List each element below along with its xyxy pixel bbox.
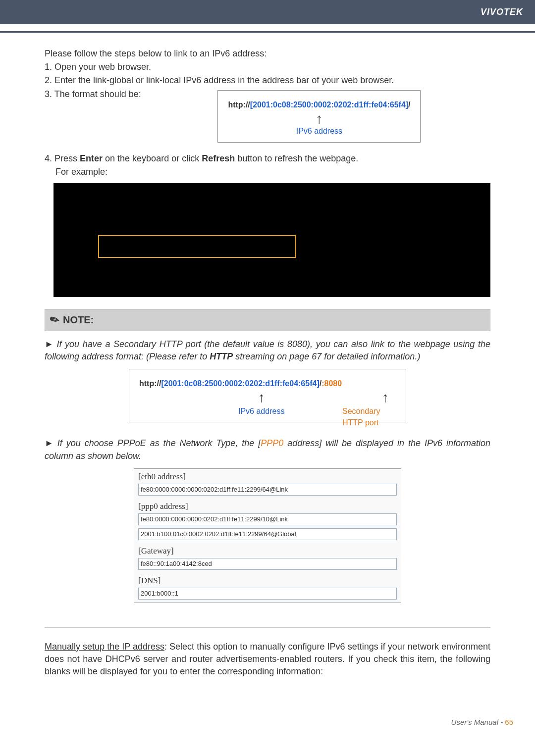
url-diagram-1: http://[2001:0c08:2500:0002:0202:d1ff:fe… [217, 90, 421, 143]
note-title: NOTE: [63, 313, 94, 327]
ipv6-info-panel: [eth0 address] fe80:0000:0000:0000:0202:… [134, 468, 401, 603]
step-4: 4. Press Enter on the keyboard or click … [45, 152, 490, 165]
address-bar-highlight [98, 235, 296, 258]
eth0-label: [eth0 address] [134, 469, 401, 483]
note-paragraph-2: ► If you choose PPPoE as the Network Typ… [45, 437, 490, 462]
step-3: 3. The format should be: [45, 88, 141, 101]
url1-prefix: http:// [228, 101, 250, 109]
intro-text: Please follow the steps below to link to… [45, 48, 490, 60]
pencil-icon: ✎ [47, 311, 62, 329]
ppp0-value-1: fe80:0000:0000:0000:0202:d1ff:fe11:2299/… [138, 513, 397, 525]
brand-name: VIVOTEK [481, 7, 523, 17]
arrow-up-icon: ↑ [382, 391, 389, 403]
step-1: 1. Open your web browser. [45, 61, 490, 73]
url2-text: http://[2001:0c08:2500:0002:0202:d1ff:fe… [139, 378, 396, 389]
url2-label-port: Secondary HTTP port [342, 406, 396, 428]
gateway-value: fe80::90:1a00:4142:8ced [138, 558, 397, 570]
step-2: 2. Enter the link-global or link-local I… [45, 74, 490, 87]
url2-port: :8080 [321, 379, 342, 388]
eth0-value: fe80:0000:0000:0000:0202:d1ff:fe11:2299/… [138, 484, 397, 496]
ppp0-label: [ppp0 address] [134, 499, 401, 512]
url1-text: http://[2001:0c08:2500:0002:0202:d1ff:fe… [228, 100, 410, 110]
note-heading-box: ✎ NOTE: [45, 309, 490, 331]
step-4-example: For example: [45, 166, 490, 178]
ppp0-value-2: 2001:b100:01c0:0002:0202:d1ff:fe11:2299/… [138, 528, 397, 540]
url-diagram-2: http://[2001:0c08:2500:0002:0202:d1ff:fe… [129, 369, 406, 422]
section-divider [45, 627, 490, 628]
url1-suffix: / [408, 101, 410, 109]
url1-addr: [2001:0c08:2500:0002:0202:d1ff:fe04:65f4… [250, 101, 408, 109]
url2-label-ipv6: IPv6 address [238, 406, 284, 417]
dns-label: [DNS] [134, 573, 401, 587]
example-screenshot [54, 183, 490, 297]
url2-addr: [2001:0c08:2500:0002:0202:d1ff:fe04:65f4… [161, 379, 319, 388]
gateway-label: [Gateway] [134, 543, 401, 557]
footer-page-number: 65 [505, 718, 513, 726]
arrow-up-icon: ↑ [316, 112, 322, 125]
url1-label: IPv6 address [228, 126, 410, 137]
page-footer: User's Manual - 65 [0, 688, 535, 741]
url2-prefix: http:// [139, 379, 161, 388]
footer-label: User's Manual - [451, 718, 505, 726]
arrow-up-icon: ↑ [258, 391, 265, 403]
manual-setup-paragraph: Manually setup the IP address: Select th… [45, 641, 490, 678]
dns-value: 2001:b000::1 [138, 588, 397, 600]
manual-head: Manually setup the IP address [45, 642, 164, 652]
brand-header: VIVOTEK [0, 0, 535, 24]
note-paragraph-1: ► If you have a Secondary HTTP port (the… [45, 338, 490, 363]
